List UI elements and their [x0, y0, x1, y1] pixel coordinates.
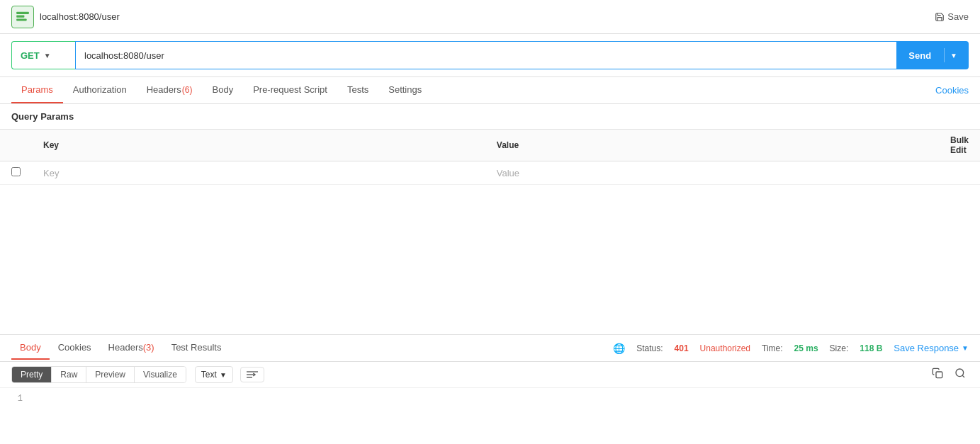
save-top-button[interactable]: Save — [935, 11, 969, 22]
send-label: Send — [908, 50, 938, 61]
request-bar: GET ▼ Send ▼ — [0, 34, 980, 77]
method-chevron-icon: ▼ — [44, 52, 51, 59]
resp-tab-test-results[interactable]: Test Results — [163, 336, 230, 360]
svg-rect-6 — [936, 372, 942, 378]
svg-rect-0 — [16, 11, 29, 13]
response-section: Body Cookies Headers(3) Test Results 🌐 S… — [0, 334, 980, 444]
main-content: GET ▼ Send ▼ Params Authorization Header… — [0, 34, 980, 334]
resp-tab-cookies[interactable]: Cookies — [50, 336, 100, 360]
time-value: 25 ms — [794, 343, 818, 353]
format-tab-preview[interactable]: Preview — [86, 367, 135, 382]
response-status: 🌐 Status: 401 Unauthorized Time: 25 ms S… — [613, 343, 969, 354]
cookies-link[interactable]: Cookies — [935, 78, 969, 103]
save-top-label: Save — [947, 11, 969, 22]
params-table: Key Value Bulk Edit Key Value — [0, 129, 980, 185]
query-params-title: Query Params — [0, 104, 980, 129]
send-caret-icon: ▼ — [950, 52, 957, 59]
row-key-cell[interactable]: Key — [32, 161, 485, 185]
request-tabs-row: Params Authorization Headers(6) Body Pre… — [0, 77, 980, 104]
format-tab-pretty[interactable]: Pretty — [12, 367, 52, 382]
tab-headers[interactable]: Headers(6) — [137, 77, 203, 103]
copy-button[interactable] — [929, 366, 946, 383]
format-tab-visualize[interactable]: Visualize — [135, 367, 186, 382]
time-label: Time: — [762, 343, 783, 353]
top-bar-left: localhost:8080/user — [11, 6, 120, 28]
save-response-caret-icon: ▼ — [962, 344, 969, 352]
row-checkbox-cell — [0, 161, 32, 185]
format-tab-raw[interactable]: Raw — [52, 367, 86, 382]
top-bar: localhost:8080/user Save — [0, 0, 980, 34]
page-title: localhost:8080/user — [40, 11, 120, 22]
svg-line-8 — [962, 375, 964, 377]
status-text: Unauthorized — [700, 343, 750, 353]
svg-point-7 — [956, 369, 964, 377]
col-checkbox — [0, 130, 32, 161]
http-icon — [11, 6, 34, 28]
tab-settings[interactable]: Settings — [378, 77, 432, 103]
resp-headers-badge: (3) — [143, 342, 154, 353]
col-value: Value — [485, 130, 939, 161]
size-value: 118 B — [860, 343, 882, 353]
tab-prerequest[interactable]: Pre-request Script — [243, 77, 337, 103]
globe-icon: 🌐 — [613, 343, 625, 354]
format-tabs: Pretty Raw Preview Visualize — [11, 366, 186, 383]
col-bulk-edit[interactable]: Bulk Edit — [939, 130, 980, 161]
format-select-chevron-icon: ▼ — [220, 371, 227, 379]
svg-rect-1 — [16, 15, 24, 17]
status-label: Status: — [636, 343, 663, 353]
response-tabs-row: Body Cookies Headers(3) Test Results 🌐 S… — [0, 335, 980, 362]
send-button[interactable]: Send ▼ — [897, 41, 969, 69]
status-code: 401 — [675, 343, 689, 353]
method-dropdown[interactable]: GET ▼ — [11, 41, 75, 69]
method-value: GET — [21, 50, 40, 61]
code-area: 1 — [0, 388, 980, 409]
resp-tab-headers[interactable]: Headers(3) — [100, 336, 163, 360]
row-value-cell[interactable]: Value — [485, 161, 939, 185]
row-action-cell — [939, 161, 980, 185]
tab-params[interactable]: Params — [11, 77, 63, 103]
headers-badge: (6) — [182, 85, 193, 95]
row-checkbox[interactable] — [11, 167, 21, 176]
send-divider — [944, 48, 945, 62]
line-numbers: 1 — [11, 394, 23, 404]
url-input[interactable] — [75, 41, 897, 69]
format-actions-right — [929, 366, 969, 383]
format-bar: Pretty Raw Preview Visualize Text ▼ — [0, 362, 980, 388]
tab-body[interactable]: Body — [203, 77, 244, 103]
tab-tests[interactable]: Tests — [337, 77, 378, 103]
save-response-button[interactable]: Save Response ▼ — [894, 343, 969, 353]
wrap-button[interactable] — [240, 367, 264, 382]
svg-rect-2 — [16, 18, 26, 21]
search-button[interactable] — [952, 366, 969, 383]
format-select[interactable]: Text ▼ — [195, 366, 233, 383]
table-row: Key Value — [0, 161, 980, 185]
resp-tab-body[interactable]: Body — [11, 336, 50, 360]
tab-authorization[interactable]: Authorization — [63, 77, 137, 103]
size-label: Size: — [830, 343, 849, 353]
col-key: Key — [32, 130, 485, 161]
